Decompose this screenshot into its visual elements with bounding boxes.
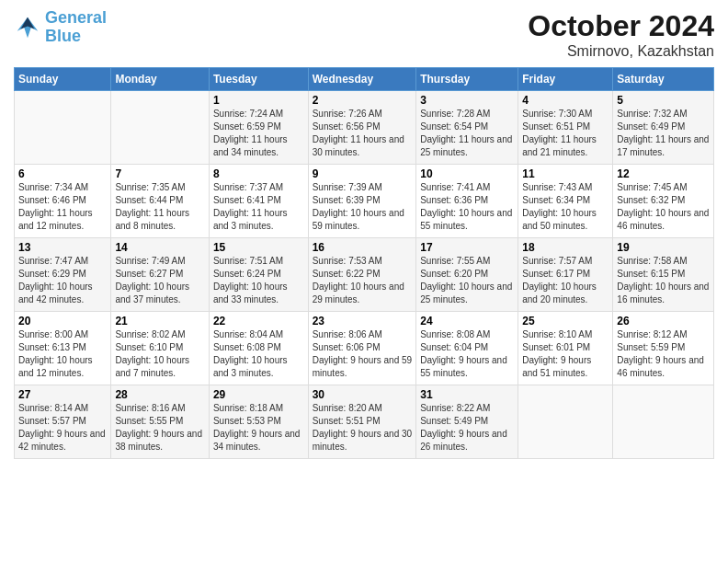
day-cell: 10 Sunrise: 7:41 AMSunset: 6:36 PMDaylig…	[416, 165, 518, 238]
day-cell: 2 Sunrise: 7:26 AMSunset: 6:56 PMDayligh…	[308, 91, 416, 165]
day-info: Sunrise: 7:34 AMSunset: 6:46 PMDaylight:…	[18, 181, 107, 233]
col-friday: Friday	[518, 68, 613, 91]
day-info: Sunrise: 7:32 AMSunset: 6:49 PMDaylight:…	[617, 108, 710, 159]
day-number: 20	[18, 315, 107, 327]
day-cell	[111, 91, 209, 165]
day-number: 23	[313, 315, 413, 327]
day-cell: 15 Sunrise: 7:51 AMSunset: 6:24 PMDaylig…	[209, 238, 308, 312]
day-cell: 18 Sunrise: 7:57 AMSunset: 6:17 PMDaylig…	[518, 238, 613, 312]
day-cell: 1 Sunrise: 7:24 AMSunset: 6:59 PMDayligh…	[209, 91, 308, 165]
day-info: Sunrise: 8:20 AMSunset: 5:51 PMDaylight:…	[313, 402, 413, 454]
day-cell: 20 Sunrise: 8:00 AMSunset: 6:13 PMDaylig…	[15, 312, 111, 385]
day-number: 18	[522, 241, 609, 254]
day-info: Sunrise: 7:47 AMSunset: 6:29 PMDaylight:…	[18, 255, 107, 306]
day-cell: 21 Sunrise: 8:02 AMSunset: 6:10 PMDaylig…	[111, 312, 209, 385]
day-info: Sunrise: 8:14 AMSunset: 5:57 PMDaylight:…	[18, 402, 107, 454]
header: General Blue October 2024 Smirnovo, Kaza…	[14, 9, 714, 60]
col-tuesday: Tuesday	[209, 68, 308, 91]
day-number: 3	[420, 94, 514, 107]
day-info: Sunrise: 7:37 AMSunset: 6:41 PMDaylight:…	[213, 181, 304, 233]
day-number: 26	[617, 315, 710, 327]
day-info: Sunrise: 7:45 AMSunset: 6:32 PMDaylight:…	[617, 181, 710, 233]
day-cell: 12 Sunrise: 7:45 AMSunset: 6:32 PMDaylig…	[613, 165, 714, 238]
day-info: Sunrise: 7:26 AMSunset: 6:56 PMDaylight:…	[313, 108, 413, 159]
day-info: Sunrise: 8:04 AMSunset: 6:08 PMDaylight:…	[213, 328, 304, 380]
day-number: 7	[115, 167, 204, 180]
day-cell: 24 Sunrise: 8:08 AMSunset: 6:04 PMDaylig…	[416, 312, 518, 385]
day-cell: 27 Sunrise: 8:14 AMSunset: 5:57 PMDaylig…	[15, 385, 111, 459]
day-number: 13	[18, 241, 107, 254]
header-row: Sunday Monday Tuesday Wednesday Thursday…	[15, 68, 714, 91]
day-number: 12	[617, 167, 710, 180]
col-thursday: Thursday	[416, 68, 518, 91]
week-row-1: 1 Sunrise: 7:24 AMSunset: 6:59 PMDayligh…	[15, 91, 714, 165]
day-number: 27	[18, 388, 107, 401]
day-cell: 9 Sunrise: 7:39 AMSunset: 6:39 PMDayligh…	[308, 165, 416, 238]
day-number: 29	[213, 388, 304, 401]
day-number: 15	[213, 241, 304, 254]
day-info: Sunrise: 7:58 AMSunset: 6:15 PMDaylight:…	[617, 255, 710, 306]
day-cell: 5 Sunrise: 7:32 AMSunset: 6:49 PMDayligh…	[613, 91, 714, 165]
day-cell: 22 Sunrise: 8:04 AMSunset: 6:08 PMDaylig…	[209, 312, 308, 385]
day-number: 24	[420, 315, 514, 327]
col-saturday: Saturday	[613, 68, 714, 91]
day-info: Sunrise: 8:16 AMSunset: 5:55 PMDaylight:…	[115, 402, 204, 454]
col-wednesday: Wednesday	[308, 68, 416, 91]
day-info: Sunrise: 7:49 AMSunset: 6:27 PMDaylight:…	[115, 255, 204, 306]
logo: General Blue	[14, 9, 107, 46]
day-info: Sunrise: 8:00 AMSunset: 6:13 PMDaylight:…	[18, 328, 107, 380]
logo-icon	[14, 14, 41, 41]
day-info: Sunrise: 7:41 AMSunset: 6:36 PMDaylight:…	[420, 181, 514, 233]
week-row-4: 20 Sunrise: 8:00 AMSunset: 6:13 PMDaylig…	[15, 312, 714, 385]
day-number: 28	[115, 388, 204, 401]
day-number: 17	[420, 241, 514, 254]
day-cell	[613, 385, 714, 459]
day-info: Sunrise: 7:24 AMSunset: 6:59 PMDaylight:…	[213, 108, 304, 159]
day-info: Sunrise: 7:55 AMSunset: 6:20 PMDaylight:…	[420, 255, 514, 306]
day-info: Sunrise: 8:08 AMSunset: 6:04 PMDaylight:…	[420, 328, 514, 380]
day-cell: 7 Sunrise: 7:35 AMSunset: 6:44 PMDayligh…	[111, 165, 209, 238]
day-number: 19	[617, 241, 710, 254]
day-info: Sunrise: 8:10 AMSunset: 6:01 PMDaylight:…	[522, 328, 609, 380]
day-cell	[15, 91, 111, 165]
day-cell: 23 Sunrise: 8:06 AMSunset: 6:06 PMDaylig…	[308, 312, 416, 385]
day-number: 21	[115, 315, 204, 327]
day-info: Sunrise: 7:35 AMSunset: 6:44 PMDaylight:…	[115, 181, 204, 233]
day-info: Sunrise: 8:22 AMSunset: 5:49 PMDaylight:…	[420, 402, 514, 454]
day-cell: 28 Sunrise: 8:16 AMSunset: 5:55 PMDaylig…	[111, 385, 209, 459]
day-number: 9	[313, 167, 413, 180]
calendar-table: Sunday Monday Tuesday Wednesday Thursday…	[14, 67, 714, 459]
week-row-2: 6 Sunrise: 7:34 AMSunset: 6:46 PMDayligh…	[15, 165, 714, 238]
month-title: October 2024	[528, 9, 714, 43]
col-monday: Monday	[111, 68, 209, 91]
day-number: 22	[213, 315, 304, 327]
day-info: Sunrise: 7:51 AMSunset: 6:24 PMDaylight:…	[213, 255, 304, 306]
day-number: 30	[313, 388, 413, 401]
day-cell: 3 Sunrise: 7:28 AMSunset: 6:54 PMDayligh…	[416, 91, 518, 165]
day-cell: 30 Sunrise: 8:20 AMSunset: 5:51 PMDaylig…	[308, 385, 416, 459]
day-number: 1	[213, 94, 304, 107]
col-sunday: Sunday	[15, 68, 111, 91]
day-cell: 14 Sunrise: 7:49 AMSunset: 6:27 PMDaylig…	[111, 238, 209, 312]
day-cell: 26 Sunrise: 8:12 AMSunset: 5:59 PMDaylig…	[613, 312, 714, 385]
page-container: General Blue October 2024 Smirnovo, Kaza…	[0, 0, 728, 464]
day-cell: 11 Sunrise: 7:43 AMSunset: 6:34 PMDaylig…	[518, 165, 613, 238]
title-section: October 2024 Smirnovo, Kazakhstan	[528, 9, 714, 60]
day-info: Sunrise: 8:18 AMSunset: 5:53 PMDaylight:…	[213, 402, 304, 454]
day-cell: 31 Sunrise: 8:22 AMSunset: 5:49 PMDaylig…	[416, 385, 518, 459]
day-info: Sunrise: 7:28 AMSunset: 6:54 PMDaylight:…	[420, 108, 514, 159]
day-number: 25	[522, 315, 609, 327]
day-info: Sunrise: 7:43 AMSunset: 6:34 PMDaylight:…	[522, 181, 609, 233]
week-row-5: 27 Sunrise: 8:14 AMSunset: 5:57 PMDaylig…	[15, 385, 714, 459]
day-cell: 4 Sunrise: 7:30 AMSunset: 6:51 PMDayligh…	[518, 91, 613, 165]
day-info: Sunrise: 8:12 AMSunset: 5:59 PMDaylight:…	[617, 328, 710, 380]
day-number: 6	[18, 167, 107, 180]
day-number: 10	[420, 167, 514, 180]
day-cell: 6 Sunrise: 7:34 AMSunset: 6:46 PMDayligh…	[15, 165, 111, 238]
day-info: Sunrise: 8:02 AMSunset: 6:10 PMDaylight:…	[115, 328, 204, 380]
day-number: 11	[522, 167, 609, 180]
day-cell: 29 Sunrise: 8:18 AMSunset: 5:53 PMDaylig…	[209, 385, 308, 459]
day-info: Sunrise: 7:57 AMSunset: 6:17 PMDaylight:…	[522, 255, 609, 306]
day-cell: 25 Sunrise: 8:10 AMSunset: 6:01 PMDaylig…	[518, 312, 613, 385]
day-number: 5	[617, 94, 710, 107]
